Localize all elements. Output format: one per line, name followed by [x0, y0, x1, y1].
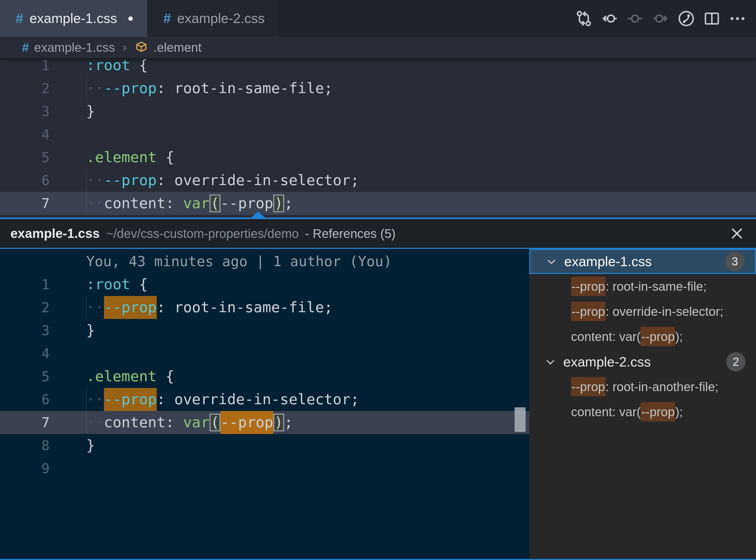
code-token: ) — [273, 414, 284, 432]
peek-code-line[interactable]: 7··content: var(--prop); — [0, 411, 529, 434]
code-token: --prop — [104, 172, 156, 189]
code-line[interactable]: 7··content: var(--prop); — [0, 192, 756, 215]
match-highlight: --prop — [571, 277, 606, 296]
peek-code-line[interactable]: 9 — [0, 457, 529, 480]
code-token: root-in-same-file; — [174, 79, 333, 97]
code-token: ) — [273, 195, 284, 212]
peek-code-line[interactable]: 6··--prop: override-in-selector; — [0, 388, 529, 411]
peek-code-line[interactable]: 1:root { — [0, 273, 529, 296]
css-file-icon: # — [22, 40, 29, 55]
code-token: override-in-selector; — [174, 172, 359, 189]
peek-code-line[interactable]: 5.element { — [0, 365, 529, 388]
peek-scrollbar-thumb[interactable] — [514, 407, 526, 432]
peek-title-path: ~/dev/css-custom-properties/demo — [106, 226, 299, 241]
chevron-down-icon[interactable] — [545, 255, 558, 268]
indent-guide — [86, 296, 87, 319]
reference-text: content: var( — [571, 329, 641, 343]
peek-header: example-1.css ~/dev/css-custom-propertie… — [0, 218, 756, 249]
breadcrumb-separator-icon: › — [122, 39, 127, 56]
line-number: 6 — [0, 388, 50, 411]
timeline-icon[interactable] — [677, 9, 695, 27]
peek-title-file: example-1.css — [10, 226, 100, 241]
line-number: 7 — [0, 192, 50, 215]
peek-code-line[interactable]: 4 — [0, 342, 529, 365]
code-token: content — [104, 414, 165, 431]
reference-text: ); — [675, 405, 683, 419]
reference-item[interactable]: --prop: root-in-another-file; — [529, 374, 756, 399]
line-number: 5 — [0, 365, 50, 388]
peek-bottom-border — [0, 559, 756, 560]
code-token: .element — [86, 367, 157, 385]
peek-editor[interactable]: You, 43 minutes ago | 1 author (You) 1:r… — [0, 249, 529, 559]
reference-count-badge: 3 — [725, 252, 744, 271]
split-editor-icon[interactable] — [703, 9, 721, 27]
code-token: ·· — [86, 79, 104, 97]
vscode-editor-window: # example-1.css ● # example-2.css # exam… — [0, 0, 756, 560]
code-line[interactable]: 2··--prop: root-in-same-file; — [0, 77, 756, 100]
indent-guide — [86, 169, 87, 192]
code-token: ( — [210, 195, 220, 212]
more-actions-icon[interactable] — [728, 9, 747, 27]
code-token: ; — [284, 195, 293, 212]
tab-example-2-css[interactable]: # example-2.css — [148, 0, 279, 37]
line-number: 7 — [0, 411, 50, 434]
code-token: : — [157, 172, 174, 189]
reference-item[interactable]: --prop: root-in-same-file; — [529, 274, 756, 299]
indent-guide — [86, 388, 87, 411]
peek-title-references: - References (5) — [305, 226, 396, 241]
peek-editor-lines[interactable]: 1:root {2··--prop: root-in-same-file;3}4… — [0, 273, 529, 480]
chevron-down-icon[interactable] — [544, 355, 557, 368]
line-number: 1 — [0, 273, 50, 296]
code-line[interactable]: 4 — [0, 123, 756, 146]
tab-bar: # example-1.css ● # example-2.css — [0, 0, 756, 37]
code-line[interactable]: 3} — [0, 100, 756, 123]
code-token: : — [157, 299, 174, 316]
breadcrumb-symbol[interactable]: .element — [153, 40, 202, 55]
reference-item[interactable]: --prop: override-in-selector; — [529, 299, 756, 324]
file-header-example-2.css[interactable]: example-2.css2 — [529, 349, 756, 374]
file-header-example-1.css[interactable]: example-1.css3 — [529, 249, 756, 274]
peek-code-line[interactable]: 3} — [0, 319, 529, 342]
reference-item[interactable]: content: var(--prop); — [529, 399, 756, 424]
line-number: 9 — [0, 457, 50, 480]
css-file-icon: # — [16, 10, 23, 26]
open-changes-icon[interactable] — [575, 9, 593, 27]
references-tree[interactable]: example-1.css3--prop: root-in-same-file;… — [529, 249, 756, 559]
breadcrumb-file[interactable]: example-1.css — [34, 40, 115, 55]
tab-label: example-2.css — [177, 10, 265, 26]
current-change-icon[interactable] — [626, 9, 644, 27]
peek-code-line[interactable]: 8} — [0, 434, 529, 457]
modified-dot-icon[interactable]: ● — [127, 13, 133, 24]
tab-example-1-css[interactable]: # example-1.css ● — [0, 0, 148, 37]
reference-text: content: var( — [571, 405, 641, 419]
code-token: ( — [210, 414, 220, 432]
class-symbol-icon — [134, 40, 148, 54]
code-line[interactable]: 5.element { — [0, 146, 756, 169]
editor-lines[interactable]: 1:root {2··--prop: root-in-same-file;3}4… — [0, 54, 756, 215]
code-token: } — [86, 102, 95, 120]
next-change-icon[interactable] — [651, 9, 670, 27]
indent-guide — [86, 192, 87, 215]
code-line[interactable]: 6··--prop: override-in-selector; — [0, 169, 756, 192]
file-label: example-2.css — [563, 354, 651, 370]
previous-change-icon[interactable] — [600, 9, 618, 27]
css-file-icon: # — [163, 10, 171, 26]
line-number: 3 — [0, 319, 50, 342]
code-token: ; — [284, 414, 293, 431]
file-label: example-1.css — [564, 253, 652, 269]
code-token: .element — [86, 148, 157, 166]
code-token: { — [130, 57, 148, 74]
reference-item[interactable]: content: var(--prop); — [529, 324, 756, 349]
indent-guide — [86, 411, 87, 434]
reference-text: : root-in-same-file; — [606, 279, 707, 293]
reference-text: : override-in-selector; — [606, 304, 723, 318]
code-token: --prop — [104, 388, 156, 411]
code-token: --prop — [220, 411, 273, 434]
close-icon[interactable] — [728, 225, 746, 242]
code-token: : — [157, 391, 174, 408]
peek-code-line[interactable]: 2··--prop: root-in-same-file; — [0, 296, 529, 319]
editor-actions — [575, 0, 756, 37]
code-token: { — [157, 148, 174, 166]
code-token: root-in-same-file; — [174, 299, 333, 316]
code-token: :root — [86, 57, 130, 74]
